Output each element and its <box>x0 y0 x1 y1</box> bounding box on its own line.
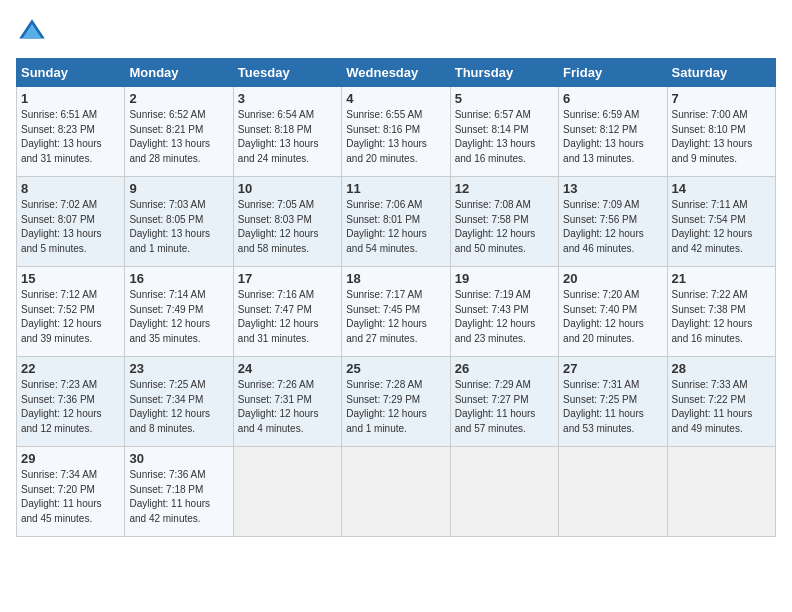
day-number: 14 <box>672 181 771 196</box>
calendar-cell: 18Sunrise: 7:17 AMSunset: 7:45 PMDayligh… <box>342 267 450 357</box>
calendar-cell: 1Sunrise: 6:51 AMSunset: 8:23 PMDaylight… <box>17 87 125 177</box>
calendar-cell: 5Sunrise: 6:57 AMSunset: 8:14 PMDaylight… <box>450 87 558 177</box>
calendar-header-row: SundayMondayTuesdayWednesdayThursdayFrid… <box>17 59 776 87</box>
calendar-cell <box>450 447 558 537</box>
day-number: 20 <box>563 271 662 286</box>
calendar-week-0: 1Sunrise: 6:51 AMSunset: 8:23 PMDaylight… <box>17 87 776 177</box>
day-number: 24 <box>238 361 337 376</box>
day-detail: Sunrise: 7:33 AMSunset: 7:22 PMDaylight:… <box>672 378 771 436</box>
day-number: 19 <box>455 271 554 286</box>
calendar-cell: 11Sunrise: 7:06 AMSunset: 8:01 PMDayligh… <box>342 177 450 267</box>
day-detail: Sunrise: 6:51 AMSunset: 8:23 PMDaylight:… <box>21 108 120 166</box>
day-number: 16 <box>129 271 228 286</box>
logo <box>16 16 52 48</box>
day-number: 8 <box>21 181 120 196</box>
day-number: 18 <box>346 271 445 286</box>
day-detail: Sunrise: 7:19 AMSunset: 7:43 PMDaylight:… <box>455 288 554 346</box>
calendar-cell: 14Sunrise: 7:11 AMSunset: 7:54 PMDayligh… <box>667 177 775 267</box>
calendar-cell: 19Sunrise: 7:19 AMSunset: 7:43 PMDayligh… <box>450 267 558 357</box>
calendar-cell: 4Sunrise: 6:55 AMSunset: 8:16 PMDaylight… <box>342 87 450 177</box>
day-number: 9 <box>129 181 228 196</box>
calendar-cell: 29Sunrise: 7:34 AMSunset: 7:20 PMDayligh… <box>17 447 125 537</box>
day-number: 25 <box>346 361 445 376</box>
header-cell-tuesday: Tuesday <box>233 59 341 87</box>
calendar-week-3: 22Sunrise: 7:23 AMSunset: 7:36 PMDayligh… <box>17 357 776 447</box>
day-number: 4 <box>346 91 445 106</box>
day-number: 12 <box>455 181 554 196</box>
day-detail: Sunrise: 7:02 AMSunset: 8:07 PMDaylight:… <box>21 198 120 256</box>
day-number: 22 <box>21 361 120 376</box>
calendar-cell: 12Sunrise: 7:08 AMSunset: 7:58 PMDayligh… <box>450 177 558 267</box>
day-number: 15 <box>21 271 120 286</box>
header-cell-friday: Friday <box>559 59 667 87</box>
calendar-cell: 9Sunrise: 7:03 AMSunset: 8:05 PMDaylight… <box>125 177 233 267</box>
day-detail: Sunrise: 7:12 AMSunset: 7:52 PMDaylight:… <box>21 288 120 346</box>
day-number: 6 <box>563 91 662 106</box>
day-detail: Sunrise: 7:00 AMSunset: 8:10 PMDaylight:… <box>672 108 771 166</box>
day-number: 30 <box>129 451 228 466</box>
day-detail: Sunrise: 7:34 AMSunset: 7:20 PMDaylight:… <box>21 468 120 526</box>
day-number: 3 <box>238 91 337 106</box>
calendar-week-2: 15Sunrise: 7:12 AMSunset: 7:52 PMDayligh… <box>17 267 776 357</box>
calendar-table: SundayMondayTuesdayWednesdayThursdayFrid… <box>16 58 776 537</box>
day-detail: Sunrise: 7:31 AMSunset: 7:25 PMDaylight:… <box>563 378 662 436</box>
calendar-cell: 30Sunrise: 7:36 AMSunset: 7:18 PMDayligh… <box>125 447 233 537</box>
day-detail: Sunrise: 7:29 AMSunset: 7:27 PMDaylight:… <box>455 378 554 436</box>
day-number: 2 <box>129 91 228 106</box>
day-number: 29 <box>21 451 120 466</box>
day-detail: Sunrise: 6:52 AMSunset: 8:21 PMDaylight:… <box>129 108 228 166</box>
day-detail: Sunrise: 7:20 AMSunset: 7:40 PMDaylight:… <box>563 288 662 346</box>
calendar-cell: 15Sunrise: 7:12 AMSunset: 7:52 PMDayligh… <box>17 267 125 357</box>
day-detail: Sunrise: 7:09 AMSunset: 7:56 PMDaylight:… <box>563 198 662 256</box>
day-number: 7 <box>672 91 771 106</box>
day-number: 10 <box>238 181 337 196</box>
day-detail: Sunrise: 7:22 AMSunset: 7:38 PMDaylight:… <box>672 288 771 346</box>
logo-icon <box>16 16 48 48</box>
calendar-cell: 26Sunrise: 7:29 AMSunset: 7:27 PMDayligh… <box>450 357 558 447</box>
calendar-cell <box>233 447 341 537</box>
day-detail: Sunrise: 7:05 AMSunset: 8:03 PMDaylight:… <box>238 198 337 256</box>
calendar-cell: 27Sunrise: 7:31 AMSunset: 7:25 PMDayligh… <box>559 357 667 447</box>
calendar-cell: 21Sunrise: 7:22 AMSunset: 7:38 PMDayligh… <box>667 267 775 357</box>
day-number: 17 <box>238 271 337 286</box>
day-number: 26 <box>455 361 554 376</box>
header-cell-saturday: Saturday <box>667 59 775 87</box>
day-detail: Sunrise: 6:57 AMSunset: 8:14 PMDaylight:… <box>455 108 554 166</box>
calendar-week-4: 29Sunrise: 7:34 AMSunset: 7:20 PMDayligh… <box>17 447 776 537</box>
calendar-cell: 23Sunrise: 7:25 AMSunset: 7:34 PMDayligh… <box>125 357 233 447</box>
day-detail: Sunrise: 7:28 AMSunset: 7:29 PMDaylight:… <box>346 378 445 436</box>
day-number: 27 <box>563 361 662 376</box>
calendar-cell: 3Sunrise: 6:54 AMSunset: 8:18 PMDaylight… <box>233 87 341 177</box>
day-detail: Sunrise: 6:54 AMSunset: 8:18 PMDaylight:… <box>238 108 337 166</box>
calendar-cell: 28Sunrise: 7:33 AMSunset: 7:22 PMDayligh… <box>667 357 775 447</box>
day-number: 23 <box>129 361 228 376</box>
day-detail: Sunrise: 7:36 AMSunset: 7:18 PMDaylight:… <box>129 468 228 526</box>
day-number: 1 <box>21 91 120 106</box>
day-detail: Sunrise: 6:59 AMSunset: 8:12 PMDaylight:… <box>563 108 662 166</box>
header-cell-wednesday: Wednesday <box>342 59 450 87</box>
day-detail: Sunrise: 7:14 AMSunset: 7:49 PMDaylight:… <box>129 288 228 346</box>
calendar-cell: 7Sunrise: 7:00 AMSunset: 8:10 PMDaylight… <box>667 87 775 177</box>
day-detail: Sunrise: 7:06 AMSunset: 8:01 PMDaylight:… <box>346 198 445 256</box>
calendar-week-1: 8Sunrise: 7:02 AMSunset: 8:07 PMDaylight… <box>17 177 776 267</box>
calendar-cell: 8Sunrise: 7:02 AMSunset: 8:07 PMDaylight… <box>17 177 125 267</box>
calendar-cell: 25Sunrise: 7:28 AMSunset: 7:29 PMDayligh… <box>342 357 450 447</box>
calendar-cell: 17Sunrise: 7:16 AMSunset: 7:47 PMDayligh… <box>233 267 341 357</box>
header-cell-monday: Monday <box>125 59 233 87</box>
day-detail: Sunrise: 7:26 AMSunset: 7:31 PMDaylight:… <box>238 378 337 436</box>
day-detail: Sunrise: 7:03 AMSunset: 8:05 PMDaylight:… <box>129 198 228 256</box>
day-number: 13 <box>563 181 662 196</box>
calendar-cell <box>342 447 450 537</box>
day-number: 21 <box>672 271 771 286</box>
calendar-cell <box>559 447 667 537</box>
calendar-cell: 6Sunrise: 6:59 AMSunset: 8:12 PMDaylight… <box>559 87 667 177</box>
calendar-cell: 2Sunrise: 6:52 AMSunset: 8:21 PMDaylight… <box>125 87 233 177</box>
day-detail: Sunrise: 7:11 AMSunset: 7:54 PMDaylight:… <box>672 198 771 256</box>
calendar-cell: 24Sunrise: 7:26 AMSunset: 7:31 PMDayligh… <box>233 357 341 447</box>
header-cell-sunday: Sunday <box>17 59 125 87</box>
calendar-cell <box>667 447 775 537</box>
day-detail: Sunrise: 6:55 AMSunset: 8:16 PMDaylight:… <box>346 108 445 166</box>
calendar-cell: 13Sunrise: 7:09 AMSunset: 7:56 PMDayligh… <box>559 177 667 267</box>
day-detail: Sunrise: 7:25 AMSunset: 7:34 PMDaylight:… <box>129 378 228 436</box>
day-detail: Sunrise: 7:16 AMSunset: 7:47 PMDaylight:… <box>238 288 337 346</box>
